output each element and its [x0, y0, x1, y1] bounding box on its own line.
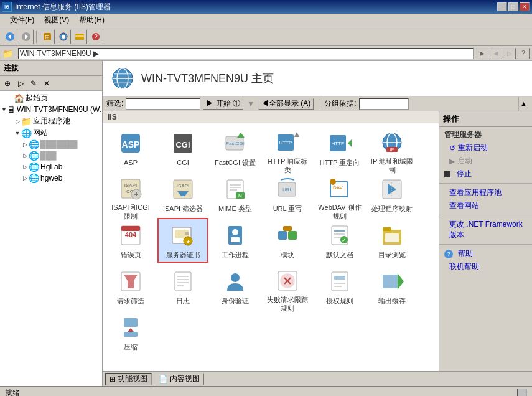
icon-item-isapifilter[interactable]: ISAPI ISAPI 筛选器 [157, 172, 208, 217]
icon-item-errorpage[interactable]: 404 错误页 [105, 218, 156, 263]
address-input-display[interactable]: WIN-TVT3MFNEN9U ▶ [18, 48, 474, 59]
status-text: 就绪 [5, 388, 20, 396]
action-help[interactable]: ? 帮助 [439, 247, 532, 260]
svg-point-70 [232, 229, 238, 235]
toolbar-icon1[interactable]: ⊞ [40, 29, 55, 44]
icon-item-handler[interactable]: 处理程序映射 [366, 172, 418, 217]
filter-label: 筛选: [106, 98, 123, 109]
menu-view[interactable]: 视图(V) [39, 14, 74, 27]
conn-btn4[interactable]: ✕ [40, 77, 53, 90]
content-view-icon: 📄 [159, 375, 168, 384]
icon-img-compress [118, 315, 143, 340]
conn-btn2[interactable]: ▷ [14, 77, 27, 90]
icon-item-modules[interactable]: 模块 [262, 218, 313, 263]
svg-point-91 [231, 273, 240, 282]
svg-rect-104 [124, 332, 138, 337]
icon-item-ipdom[interactable]: IP IP 地址和域限制 [366, 126, 418, 171]
content-view-label: 内容视图 [170, 374, 200, 384]
content-view-btn[interactable]: 📄 内容视图 [154, 373, 204, 385]
filter-start-btn[interactable]: ▶ 开始 ① [203, 98, 243, 110]
icon-item-output[interactable]: 输出缓存 [366, 264, 418, 309]
icon-item-worker[interactable]: 工作进程 [210, 218, 261, 263]
icon-item-cgi[interactable]: CGI CGI [157, 126, 208, 171]
tree-label-sites: 网站 [33, 128, 48, 138]
tree-area[interactable]: 🏠 起始页 ▼ 🖥 WIN-TVT3MFNEN9U (W... ▷ 📁 应用程序… [0, 91, 102, 386]
conn-btn1[interactable]: ⊕ [1, 77, 14, 90]
tree-item-hgweb[interactable]: ▷ 🌐 hgweb [21, 172, 101, 184]
toolbar-icon4[interactable]: ? [88, 29, 103, 44]
icon-img-worker [223, 223, 248, 248]
restart-icon: ↺ [449, 144, 455, 153]
back-button[interactable] [2, 29, 17, 44]
tree-item-site2[interactable]: ▷ 🌐 ███ [21, 150, 101, 161]
address-path: WIN-TVT3MFNEN9U ▶ [20, 49, 99, 58]
icon-item-asp[interactable]: ASP ASP [105, 126, 156, 171]
menu-file[interactable]: 文件(F) [5, 14, 39, 27]
icon-item-servercert[interactable]: ★ 服务器证书 [157, 218, 208, 263]
groupby-dropdown[interactable] [359, 98, 409, 110]
svg-marker-25 [237, 133, 245, 138]
icon-item-urlrewrite[interactable]: URL URL 重写 [262, 172, 313, 217]
toolbar-icon2[interactable] [56, 29, 71, 44]
page-header-icon [110, 66, 135, 91]
action-stop[interactable]: 停止 [439, 167, 532, 181]
icon-item-defaultdoc[interactable]: ✓ 默认文档 [314, 218, 365, 263]
close-button[interactable]: ✕ [520, 2, 530, 11]
forward-button[interactable] [19, 29, 34, 44]
icon-item-authrules[interactable]: 授权规则 [314, 264, 365, 309]
action-view-sites[interactable]: 查看网站 [439, 199, 532, 212]
icon-label-servercert: 服务器证书 [166, 250, 200, 259]
action-online-help[interactable]: 联机帮助 [439, 260, 532, 273]
filter-input[interactable] [126, 98, 200, 110]
icon-img-mime: M [223, 177, 248, 202]
scrollbar-btn-up[interactable]: ▲ [518, 97, 528, 111]
icon-item-isapicgi[interactable]: ISAPICGI ISAPI 和CGI 限制 [105, 172, 156, 217]
icon-item-compress[interactable]: 压缩 [105, 310, 156, 355]
status-bar: 就绪 [0, 386, 532, 396]
section-label: IIS [103, 111, 439, 123]
icons-area[interactable]: ASP ASP CGI CGI FastCGI FastCGI 设置 HTTP … [103, 123, 439, 371]
tree-item-site1[interactable]: ▷ 🌐 ███████ [21, 139, 101, 150]
icon-item-logging[interactable]: 日志 [157, 264, 208, 309]
svg-text:✓: ✓ [342, 237, 347, 243]
icon-item-failreq[interactable]: 失败请求限踪规则 [262, 264, 313, 309]
action-sep2 [439, 215, 532, 215]
conn-btn3[interactable]: ✎ [27, 77, 40, 90]
icon-item-reqfilter[interactable]: 请求筛选 [105, 264, 156, 309]
icon-item-auth[interactable]: 身份验证 [210, 264, 261, 309]
icon-item-fastcgi[interactable]: FastCGI FastCGI 设置 [210, 126, 261, 171]
feature-view-btn[interactable]: ⊞ 功能视图 [105, 373, 152, 385]
tree-item-apppools[interactable]: ▷ 📁 应用程序池 [14, 115, 101, 127]
icon-item-httpredir[interactable]: HTTP HTTP 重定向 [314, 126, 365, 171]
icon-item-webdav[interactable]: DAV WebDAV 创作规则 [314, 172, 365, 217]
tree-item-startpage[interactable]: 🏠 起始页 [6, 92, 101, 104]
action-view-apppools[interactable]: 查看应用程序池 [439, 186, 532, 199]
maximize-button[interactable]: □ [508, 2, 518, 11]
addr-btn3: ▷ [503, 48, 516, 59]
address-bar: 📁 WIN-TVT3MFNEN9U ▶ ▶ ◀ ▷ ? [0, 46, 532, 61]
tree-item-sites[interactable]: ▼ 🌐 网站 [14, 127, 101, 139]
tree-item-hglab[interactable]: ▷ 🌐 HgLab [21, 161, 101, 172]
minimize-button[interactable]: — [497, 2, 507, 11]
tree-expand-startpage [6, 95, 14, 102]
menu-help[interactable]: 帮助(H) [74, 14, 110, 27]
tree-item-server[interactable]: ▼ 🖥 WIN-TVT3MFNEN9U (W... [1, 104, 101, 115]
addr-help-btn[interactable]: ? [517, 48, 530, 59]
filter-showall-btn[interactable]: ◀全部显示 (A) [258, 98, 314, 110]
icon-item-dirbrowse[interactable]: 目录浏览 [366, 218, 418, 263]
addr-btn2: ◀ [490, 48, 502, 59]
filter-arrow: ▼ [247, 100, 254, 108]
action-restart[interactable]: ↺ 重新启动 [439, 141, 532, 154]
addr-go-btn[interactable]: ▶ [476, 48, 488, 59]
icon-item-mime[interactable]: M MIME 类型 [210, 172, 261, 217]
icon-item-httpresp[interactable]: HTTP HTTP 响应标类 [262, 126, 313, 171]
tree-expand-server: ▼ [1, 106, 7, 113]
icon-label-dirbrowse: 目录浏览 [378, 250, 406, 259]
action-change-dotnet[interactable]: 更改 .NET Framework 版本 [439, 218, 532, 242]
icon-img-isapifilter: ISAPI [170, 177, 195, 202]
address-nav-buttons: ▶ ◀ ▷ ? [476, 48, 530, 59]
toolbar-icon3[interactable] [72, 29, 87, 44]
svg-text:⊞: ⊞ [45, 34, 50, 40]
svg-text:HTTP: HTTP [279, 140, 292, 146]
tree-label-startpage: 起始页 [26, 93, 48, 103]
